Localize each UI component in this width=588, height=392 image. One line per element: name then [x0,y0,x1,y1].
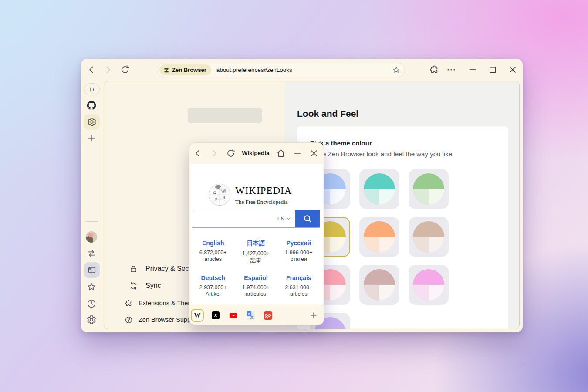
glance-close-icon[interactable] [309,148,319,159]
extensions-puzzle-icon[interactable] [429,64,439,75]
swap-arrows-icon[interactable] [86,248,97,259]
wiki-language-cell: Français2 631 000+articles [277,273,320,308]
wiki-article-unit: Artikel [192,291,234,297]
wikipedia-tagline: The Free Encyclopedia [235,199,288,206]
wikipedia-language-selector[interactable]: EN [274,210,295,227]
glance-title: Wikipedia [238,150,273,156]
workspace-pill[interactable]: D [84,83,100,95]
site-badge-label: Zen Browser [172,67,206,73]
wiki-language-link[interactable]: Русский [277,240,320,247]
theme-swatch-grid [310,169,449,329]
menu-ellipsis-icon[interactable] [446,64,456,75]
wiki-language-link[interactable]: English [192,240,234,247]
wiki-article-count: 6,872,000+ [192,250,234,256]
settings-nav-item-zen-browser-support[interactable]: Zen Browser Support [125,313,198,326]
settings-gear-icon[interactable] [86,314,97,325]
glance-home-icon[interactable] [276,148,286,159]
theme-swatch-circle [413,173,444,205]
sidebar-panel-icon [87,265,97,275]
svg-text:W: W [221,189,225,193]
github-tab-icon[interactable] [86,100,97,111]
settings-nav-label: Sync [145,282,161,290]
theme-subheading: Make Zen Browser look and feel the way y… [310,150,452,158]
svg-text:И: И [223,196,225,200]
wikipedia-favicon: W [191,309,204,322]
wiki-language-link[interactable]: 日本語 [234,240,277,247]
essential-todoist[interactable] [260,305,275,325]
wiki-article-unit: 記事 [234,257,277,264]
x-favicon: X [212,311,220,319]
essential-x[interactable]: X [208,305,223,325]
wikipedia-page: ΩWИ文 WIKIPEDIA The Free Encyclopedia EN … [190,164,323,305]
wiki-article-count: 1,427,000+ [234,250,277,257]
minimize-button[interactable] [467,64,478,75]
wiki-language-cell: Deutsch2.937.000+Artikel [192,273,234,308]
url-bar[interactable]: Zen Browser about:preferences#zenLooks [157,63,405,77]
theme-swatch-magenta[interactable] [409,265,449,305]
zen-logo-icon [163,67,169,73]
essential-wikipedia[interactable]: W [190,305,205,325]
wikipedia-search-bar: EN [192,210,320,228]
wiki-language-link[interactable]: Español [234,274,277,281]
add-essential-plus-icon[interactable] [309,311,318,320]
wikipedia-search-input[interactable] [192,210,274,227]
wikipedia-globe-logo: ΩWИ文 [207,182,232,207]
new-tab-plus-icon[interactable] [86,133,97,143]
settings-search-input[interactable] [188,108,262,123]
wiki-article-unit: articles [277,291,320,297]
chevron-down-icon [286,216,291,222]
back-icon[interactable] [86,64,97,75]
sidebar-settings-tab-active[interactable] [84,114,100,130]
youtube-favicon [229,311,237,320]
wiki-language-link[interactable]: Deutsch [192,274,234,281]
history-clock-icon[interactable] [86,298,97,309]
theme-swatch-circle [364,221,395,253]
wiki-article-unit: статей [277,256,320,262]
todoist-favicon [264,311,272,320]
glance-back-icon[interactable] [193,148,203,159]
svg-text:文: 文 [250,314,254,319]
forward-icon[interactable] [103,64,113,75]
glance-forward-icon[interactable] [209,148,220,159]
wiki-article-unit: articles [192,256,234,262]
question-icon [125,316,133,324]
wikipedia-language-grid: English6,872,000+articles日本語1,427,000+記事… [192,238,320,308]
essentials-bar: WXG文 [189,305,324,325]
settings-nav-item-sync[interactable]: Sync [129,279,161,292]
theme-swatch-tan[interactable] [409,217,449,257]
theme-swatch-circle [413,221,444,253]
theme-card: Pick a theme colour Make Zen Browser loo… [297,126,508,329]
reload-icon[interactable] [120,64,130,75]
workspace-letter: D [90,86,94,93]
wiki-language-cell: English6,872,000+articles [192,238,234,273]
theme-swatch-mauve[interactable] [359,265,399,305]
essential-translate[interactable]: G文 [243,305,258,325]
site-identity-badge[interactable]: Zen Browser [159,64,211,75]
bookmark-star-icon[interactable] [392,66,401,74]
svg-text:Ω: Ω [213,191,216,195]
wiki-language-link[interactable]: Français [277,274,320,281]
wikipedia-wordmark: WIKIPEDIA [235,185,292,196]
puzzle-icon [125,299,133,308]
theme-swatch-green[interactable] [409,169,449,209]
sync-icon [129,281,138,291]
glance-reload-icon[interactable] [226,148,236,159]
essential-youtube[interactable] [226,305,240,325]
close-button[interactable] [507,64,518,75]
maximize-button[interactable] [487,64,498,75]
settings-nav-item-extensions-themes[interactable]: Extensions & Themes [125,297,200,310]
profile-avatar[interactable] [86,231,97,243]
sidebar-toggle-active[interactable] [84,262,100,278]
theme-swatch-teal[interactable] [359,169,399,209]
wikipedia-search-button[interactable] [295,210,320,227]
glance-minimize-icon[interactable] [292,148,303,159]
theme-swatch-circle [413,269,444,301]
translate-favicon: G文 [247,311,255,320]
bookmarks-star-icon[interactable] [86,282,97,292]
theme-swatch-orange[interactable] [359,217,399,257]
wiki-article-count: 2 631 000+ [277,284,320,291]
wiki-language-cell: 日本語1,427,000+記事 [234,238,277,273]
glance-window: Wikipedia ΩWИ文 WIKIPEDIA The Free Encycl… [189,142,324,325]
wiki-article-unit: artículos [234,291,277,297]
theme-swatch-circle [364,269,395,301]
